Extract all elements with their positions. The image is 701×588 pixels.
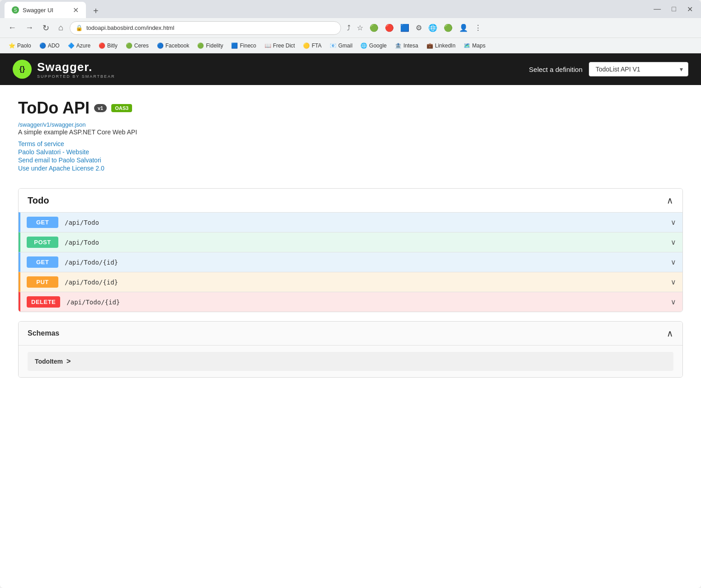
url-text: todoapi.babosbird.com/index.html <box>86 24 174 31</box>
endpoint-chevron-put-todo-id: ∨ <box>671 278 676 286</box>
bookmark-icon-fta: 🟡 <box>303 43 310 49</box>
extension-icon-4[interactable]: ⚙ <box>413 22 424 33</box>
bookmark-icon-facebook: 🔵 <box>157 43 164 49</box>
bookmark-freedict[interactable]: 📖 Free Dict <box>261 41 298 50</box>
bookmark-label: FTA <box>312 43 322 49</box>
method-badge-get2: GET <box>27 256 58 268</box>
endpoint-delete-todo-id[interactable]: DELETE /api/Todo/{id} ∨ <box>19 292 682 312</box>
bookmark-label: Google <box>369 43 387 49</box>
terms-of-service-link[interactable]: Terms of service <box>18 140 683 147</box>
forward-button[interactable]: → <box>23 21 36 34</box>
email-link[interactable]: Send email to Paolo Salvatori <box>18 156 683 164</box>
bookmark-facebook[interactable]: 🔵 Facebook <box>154 41 193 50</box>
swagger-brand-text: Swagger. <box>37 60 115 74</box>
active-tab[interactable]: S Swagger UI ✕ <box>5 2 86 18</box>
schema-item-name: TodoItem <box>35 358 63 365</box>
menu-icon[interactable]: ⋮ <box>472 22 484 33</box>
bookmark-label: Gmail <box>338 43 352 49</box>
endpoint-chevron-post-todo: ∨ <box>671 238 676 247</box>
bookmark-icon-google: 🌐 <box>360 43 367 49</box>
bookmark-label: LinkedIn <box>435 43 455 49</box>
back-button[interactable]: ← <box>5 21 19 34</box>
bookmark-fidelity[interactable]: 🟢 Fidelity <box>194 41 226 50</box>
swagger-logo-icon: {} <box>13 60 32 79</box>
bookmark-label: ADO <box>48 43 60 49</box>
schema-item-todoitem[interactable]: TodoItem > <box>28 352 673 371</box>
title-bar: S Swagger UI ✕ + — □ ✕ <box>0 0 701 18</box>
bookmark-paolo[interactable]: ⭐ Paolo <box>5 41 34 50</box>
bookmarks-bar: ⭐ Paolo 🔵 ADO 🔷 Azure 🔴 Bitly 🟢 Ceres 🔵 … <box>0 38 701 53</box>
schemas-body: TodoItem > <box>19 346 682 377</box>
api-spec-url[interactable]: /swagger/v1/swagger.json <box>18 121 86 128</box>
bookmark-ado[interactable]: 🔵 ADO <box>36 41 63 50</box>
refresh-button[interactable]: ↻ <box>40 21 52 35</box>
bookmark-icon-intesa: 🏦 <box>395 43 402 49</box>
bookmark-label: Maps <box>472 43 485 49</box>
address-bar[interactable]: 🔒 todoapi.babosbird.com/index.html <box>70 21 341 35</box>
api-description: A simple example ASP.NET Core Web API <box>18 128 683 136</box>
bookmark-icon-fineco: 🟦 <box>231 43 238 49</box>
bookmark-fta[interactable]: 🟡 FTA <box>300 41 325 50</box>
swagger-header: {} Swagger. SUPPORTED BY SMARTBEAR Selec… <box>0 53 701 85</box>
extension-icon-6[interactable]: 🟢 <box>441 22 455 33</box>
bookmark-label: Fidelity <box>206 43 223 49</box>
bookmark-label: Free Dict <box>273 43 295 49</box>
bookmark-icon-maps: 🗺️ <box>464 43 470 49</box>
api-info: ToDo API v1 OAS3 /swagger/v1/swagger.jso… <box>18 99 683 172</box>
bookmark-icon-ado: 🔵 <box>39 43 46 49</box>
website-link[interactable]: Paolo Salvatori - Website <box>18 148 683 156</box>
todo-section-title: Todo <box>28 195 49 206</box>
bookmark-icon-paolo: ⭐ <box>9 43 15 49</box>
definition-select-wrapper: TodoList API V1 ▾ <box>589 62 688 76</box>
definition-select[interactable]: TodoList API V1 <box>589 62 688 76</box>
bookmark-ceres[interactable]: 🟢 Ceres <box>123 41 152 50</box>
endpoint-path-put-todo-id: /api/Todo/{id} <box>65 279 664 286</box>
maximize-button[interactable]: □ <box>668 3 680 15</box>
extension-icon-5[interactable]: 🌐 <box>426 22 440 33</box>
bookmark-bitly[interactable]: 🔴 Bitly <box>95 41 121 50</box>
schemas-header[interactable]: Schemas ∧ <box>19 322 682 346</box>
bookmark-gmail[interactable]: 📧 Gmail <box>327 41 355 50</box>
tabs-area: S Swagger UI ✕ + <box>5 0 102 18</box>
endpoint-get-todo[interactable]: GET /api/Todo ∨ <box>19 212 682 232</box>
extension-icon-2[interactable]: 🔴 <box>383 22 396 33</box>
bookmark-label: Facebook <box>166 43 189 49</box>
bookmark-fineco[interactable]: 🟦 Fineco <box>228 41 259 50</box>
bookmark-icon-bitly: 🔴 <box>99 43 105 49</box>
bookmark-linkedin[interactable]: 💼 LinkedIn <box>423 41 459 50</box>
bookmark-intesa[interactable]: 🏦 Intesa <box>392 41 422 50</box>
endpoint-path-get-todo-id: /api/Todo/{id} <box>65 259 664 266</box>
tab-favicon: S <box>12 6 19 14</box>
share-icon[interactable]: ⤴ <box>345 23 353 33</box>
browser-window: S Swagger UI ✕ + — □ ✕ ← → ↻ ⌂ 🔒 todoapi… <box>0 0 701 588</box>
endpoint-post-todo[interactable]: POST /api/Todo ∨ <box>19 232 682 252</box>
svg-text:{}: {} <box>19 65 25 73</box>
todo-section-header[interactable]: Todo ∧ <box>19 189 682 212</box>
bookmark-icon-gmail: 📧 <box>330 43 336 49</box>
bookmark-icon-ceres: 🟢 <box>126 43 133 49</box>
bookmark-icon-freedict: 📖 <box>265 43 271 49</box>
extension-icon-3[interactable]: 🟦 <box>398 22 412 33</box>
endpoint-put-todo-id[interactable]: PUT /api/Todo/{id} ∨ <box>19 272 682 292</box>
swagger-sub-text: SUPPORTED BY SMARTBEAR <box>37 74 115 79</box>
method-badge-get: GET <box>27 217 58 228</box>
bookmark-label: Fineco <box>240 43 256 49</box>
tab-close-button[interactable]: ✕ <box>73 6 79 14</box>
minimize-button[interactable]: — <box>650 3 664 15</box>
endpoint-get-todo-id[interactable]: GET /api/Todo/{id} ∨ <box>19 252 682 272</box>
swagger-logo: {} Swagger. SUPPORTED BY SMARTBEAR <box>13 60 115 79</box>
license-link[interactable]: Use under Apache License 2.0 <box>18 165 683 172</box>
profile-icon[interactable]: 👤 <box>457 22 470 33</box>
tab-title: Swagger UI <box>23 7 53 14</box>
bookmark-google[interactable]: 🌐 Google <box>357 41 390 50</box>
new-tab-button[interactable]: + <box>90 4 102 18</box>
close-button[interactable]: ✕ <box>683 3 696 15</box>
bookmark-maps[interactable]: 🗺️ Maps <box>460 41 488 50</box>
endpoint-path-get-todo: /api/Todo <box>65 219 664 226</box>
home-button[interactable]: ⌂ <box>56 21 66 34</box>
bookmark-icon[interactable]: ☆ <box>355 22 365 33</box>
bookmark-azure[interactable]: 🔷 Azure <box>65 41 94 50</box>
method-badge-post: POST <box>27 237 58 248</box>
schema-expand-arrow: > <box>66 357 71 365</box>
extension-icon-1[interactable]: 🟢 <box>367 22 381 33</box>
